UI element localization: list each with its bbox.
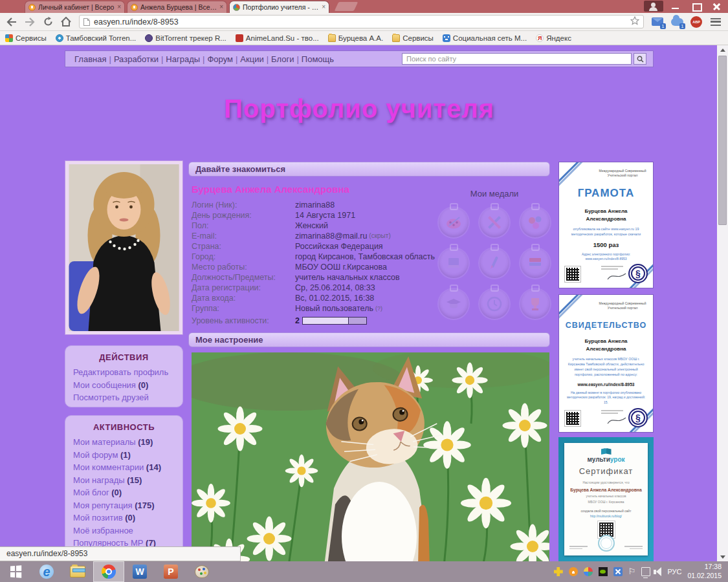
- page-scrollbar[interactable]: [717, 45, 728, 561]
- certificate-body-text: опубликовала на сайте www.easyen.ru 19 м…: [566, 227, 646, 237]
- scroll-down-icon[interactable]: [717, 552, 728, 561]
- bookmark-folder-services[interactable]: Сервисы: [392, 34, 434, 42]
- bookmark-apps[interactable]: Сервисы: [5, 34, 47, 42]
- link-label: Посмотреть друзей: [73, 393, 149, 402]
- taskbar-internet-explorer[interactable]: e: [31, 561, 62, 582]
- nav-awards[interactable]: Награды: [166, 54, 200, 64]
- my-forum-link[interactable]: Мой форум (1): [73, 449, 175, 462]
- medal-palette-icon: [439, 208, 469, 237]
- taskbar-powerpoint[interactable]: P: [155, 561, 186, 582]
- tab-favicon: [233, 4, 240, 11]
- profile-value: zimarina88: [295, 200, 335, 210]
- qr-code: [565, 411, 580, 426]
- tab-personal-cabinet[interactable]: Личный кабинет | Всеро ×: [25, 1, 125, 13]
- cloud-extension-icon[interactable]: 1: [668, 15, 685, 29]
- bookmark-social-network[interactable]: Социальная сеть М...: [443, 34, 527, 42]
- certificate-body-text: создала свой персональный сайт: [564, 509, 648, 513]
- profile-row-city: Город: город Кирсанов, Тамбовская област…: [192, 252, 444, 262]
- nav-blogs[interactable]: Блоги: [271, 54, 294, 64]
- new-tab-button[interactable]: [335, 2, 358, 11]
- bookmark-label: Яндекс: [546, 34, 571, 42]
- medals-grid: [439, 208, 550, 319]
- tray-update-icon[interactable]: [569, 567, 578, 576]
- site-search-button[interactable]: [634, 53, 646, 65]
- taskbar-word[interactable]: W: [124, 561, 155, 582]
- link-label: Редактировать профиль: [73, 367, 168, 377]
- profile-label: Должность/Предметы:: [192, 272, 295, 283]
- network-icon[interactable]: [641, 567, 650, 576]
- tab-close-icon[interactable]: ×: [117, 4, 121, 10]
- browser-menu-icon[interactable]: [707, 15, 724, 29]
- taskbar-file-explorer[interactable]: [62, 561, 93, 582]
- bookmark-label: BitTorrent трекер R...: [155, 34, 226, 42]
- tab-title: Анжела Бурцева | Всеро: [140, 3, 217, 11]
- page-icon: [83, 18, 90, 26]
- actions-panel: ДЕЙСТВИЯ Редактировать профиль Мои сообщ…: [65, 345, 183, 407]
- bookmark-bittorrent[interactable]: BitTorrent трекер R...: [145, 34, 226, 42]
- tab-close-icon[interactable]: ×: [219, 4, 223, 10]
- taskbar-chrome[interactable]: [93, 561, 124, 582]
- my-awards-link[interactable]: Мои награды (15): [73, 474, 175, 487]
- start-button[interactable]: [0, 561, 31, 582]
- action-center-flag-icon[interactable]: ⚐: [628, 567, 636, 576]
- my-materials-link[interactable]: Мои материалы (19): [73, 436, 175, 449]
- bookmark-yandex[interactable]: Я Яндекс: [536, 34, 571, 42]
- forward-icon[interactable]: [22, 15, 38, 29]
- my-positive-link[interactable]: Мой позитив (0): [73, 512, 175, 524]
- scroll-up-icon[interactable]: [717, 45, 728, 54]
- adblock-extension-icon[interactable]: ABP: [688, 15, 705, 29]
- bookmark-folder-burtseva[interactable]: Бурцева А.А.: [328, 34, 383, 42]
- nav-separator: |: [236, 54, 237, 64]
- site-search-input[interactable]: [402, 53, 632, 65]
- nav-forum[interactable]: Форум: [207, 54, 233, 64]
- my-messages-link[interactable]: Мои сообщения (0): [73, 379, 175, 392]
- certificate-multiurok[interactable]: мультиурок Сертификат Настоящим удостове…: [558, 437, 654, 561]
- home-icon[interactable]: [58, 15, 74, 29]
- close-button[interactable]: [709, 1, 725, 12]
- nvidia-icon[interactable]: [599, 567, 608, 576]
- back-icon[interactable]: [4, 15, 19, 29]
- clock[interactable]: 17:38 01.02.2015: [687, 563, 722, 580]
- tray-plugin-icon[interactable]: [554, 567, 563, 576]
- my-comments-link[interactable]: Мои комментарии (14): [73, 461, 175, 474]
- nav-develop[interactable]: Разработки: [114, 54, 159, 64]
- restore-button[interactable]: [688, 1, 705, 12]
- tab-portfolio-active[interactable]: Портфолио учителя - Бу ×: [229, 1, 329, 13]
- nav-help[interactable]: Помощь: [302, 54, 334, 64]
- bookmark-animeland[interactable]: AnimeLand.Su - тво...: [236, 34, 319, 42]
- bookmark-tambov-torrent[interactable]: Тамбовский Torren...: [56, 34, 137, 42]
- group-help-icon[interactable]: (?): [375, 303, 382, 314]
- bookmarks-bar: Сервисы Тамбовский Torren... BitTorrent …: [0, 31, 728, 45]
- browser-profile-icon[interactable]: [644, 1, 663, 12]
- tab-close-icon[interactable]: ×: [322, 4, 325, 10]
- reload-icon[interactable]: [40, 15, 56, 29]
- bookmark-star-icon[interactable]: [630, 16, 639, 28]
- nav-separator: |: [296, 54, 298, 64]
- tray-tools-icon[interactable]: [613, 567, 623, 576]
- medals-panel: Мои медали: [439, 189, 550, 319]
- nav-actions[interactable]: Акции: [240, 54, 263, 64]
- tray-color-app-icon[interactable]: [584, 567, 593, 576]
- profile-label: Логин (Ник):: [192, 200, 295, 210]
- my-blog-link[interactable]: Мой блог (0): [73, 486, 175, 499]
- language-indicator[interactable]: РУС: [667, 568, 681, 576]
- cloud-badge: 1: [679, 23, 685, 29]
- profile-value: город Кирсанов, Тамбовская область: [295, 252, 435, 262]
- address-bar[interactable]: easyen.ru/index/8-8953: [79, 15, 644, 28]
- certificate-svidetelstvo[interactable]: Международный Современный Учительский по…: [558, 294, 654, 433]
- my-reputation-link[interactable]: Моя репутация (175): [73, 499, 175, 512]
- my-favorites-link[interactable]: Моё избранное: [73, 524, 175, 537]
- volume-icon[interactable]: [656, 567, 661, 576]
- tab-angela-burtseva[interactable]: Анжела Бурцева | Всеро ×: [127, 1, 227, 13]
- view-friends-link[interactable]: Посмотреть друзей: [73, 391, 175, 404]
- link-count: (19): [138, 437, 153, 447]
- mail-extension-icon[interactable]: 1: [649, 15, 666, 29]
- url-text[interactable]: easyen.ru/index/8-8953: [94, 17, 626, 27]
- edit-profile-link[interactable]: Редактировать профиль: [73, 366, 175, 379]
- nav-home[interactable]: Главная: [74, 54, 106, 64]
- taskbar-paint[interactable]: [186, 561, 217, 582]
- minimize-button[interactable]: [667, 1, 684, 12]
- multiurok-book-icon: [601, 448, 612, 455]
- certificate-gramota[interactable]: Международный Современный Учительский по…: [558, 162, 654, 288]
- scrollbar-thumb[interactable]: [718, 56, 727, 225]
